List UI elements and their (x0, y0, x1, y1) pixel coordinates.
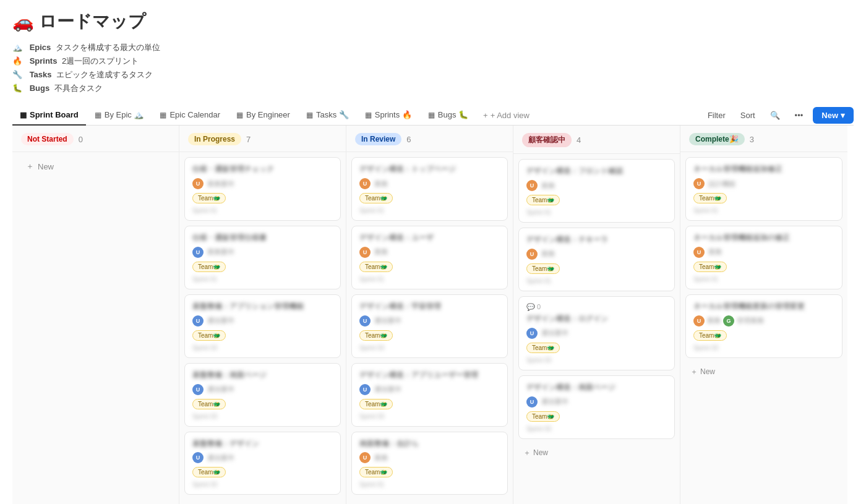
table-icon: ▦ (236, 111, 243, 119)
add-column-button[interactable]: ＋ (852, 134, 854, 151)
card-tag: Team🐲 (693, 193, 727, 203)
tab-label: Epic Calendar (169, 110, 220, 119)
meta-text: 通信要件 (207, 316, 234, 325)
column-header-complete: Complete🎉 3 (680, 126, 847, 152)
avatar: U (693, 178, 705, 189)
card-tag: Team🐲 (192, 399, 226, 409)
status-badge-complete: Complete🎉 (689, 133, 745, 145)
avatar2: G (723, 315, 734, 327)
card-footer-text: Sprint 03 (693, 344, 718, 351)
tab-by-engineer[interactable]: ▦ By Engineer (229, 105, 298, 126)
meta-text: 通信要件 (207, 453, 234, 463)
meta-text: 設計機能 (708, 179, 735, 189)
card-tag: Team🐲 (526, 263, 560, 274)
board: Not Started 0 ＋ New In Progress 7 仕様・通販管… (12, 126, 854, 504)
card-footer-text: Sprint 01 (693, 207, 718, 214)
card[interactable]: デザイン構造：宇宙管理 U通信要件 Team🐲 Sprint 03 (351, 294, 508, 358)
new-button[interactable]: New ▾ (813, 107, 854, 124)
tab-label: Sprint Board (30, 110, 79, 119)
tab-sprints[interactable]: ▦ Sprints 🔥 (358, 105, 419, 126)
add-card-customer[interactable]: ＋ New (518, 444, 675, 462)
card[interactable]: デザイン構造：アプリユーザー管理 U通信要件 Team🐲 Sprint 03 (351, 363, 508, 427)
meta-text: 業務 (374, 453, 388, 463)
col-count-in-progress: 7 (246, 135, 251, 144)
meta-text: 業務要件 (207, 179, 234, 189)
card-title: デザイン構造：ログイン (526, 314, 667, 324)
card[interactable]: ネーカル管理機能追加修正 U設計機能 Team🐲 Sprint 01 (685, 157, 842, 221)
col-count-not-started: 0 (79, 135, 83, 144)
card-tag: Team🐲 (192, 467, 226, 477)
card[interactable]: デザイン構造：トップページ U業務 Team🐲 Sprint 01 (351, 157, 508, 221)
card-tag: Team🐲 (359, 330, 393, 341)
card-tag: Team🐲 (359, 193, 393, 203)
tab-epic-calendar[interactable]: ▦ Epic Calendar (152, 105, 228, 126)
avatar: U (192, 178, 204, 189)
column-body-in-review: デザイン構造：トップページ U業務 Team🐲 Sprint 01 デザイン構造… (346, 152, 513, 504)
meta-text: 業務 (541, 181, 555, 190)
meta-text: 業務 (541, 249, 555, 258)
search-button[interactable]: 🔍 (765, 108, 785, 122)
card[interactable]: 基盤整備：画面ページ U通信要件 Team🐲 Sprint 03 (184, 363, 341, 427)
card[interactable]: ネーカル管理機能更新の管理変更 U 業務 G 管理業務 Team🐲 Sprint… (685, 294, 842, 358)
avatar: U (192, 452, 204, 463)
tab-sprint-board[interactable]: ▦ Sprint Board (12, 105, 86, 126)
meta-text: 通信要件 (207, 385, 234, 394)
tab-label: Bugs 🐛 (438, 110, 468, 119)
avatar: U (359, 452, 371, 463)
card-title: 仕様・通販管理チェック (192, 164, 333, 174)
card[interactable]: デザイン構造：画面ページ U通信要件 Team🐲 Sprint 03 (518, 375, 675, 439)
card-tag: Team🐲 (192, 262, 226, 272)
sort-button[interactable]: Sort (735, 108, 760, 122)
card[interactable]: 仕様・通販管理チェック U業務要件 Team🐲 Sprint 01 (184, 157, 341, 221)
column-header-in-progress: In Progress 7 (179, 126, 346, 152)
add-card-complete[interactable]: ＋ New (685, 363, 842, 381)
column-header-not-started: Not Started 0 (12, 126, 179, 152)
card[interactable]: 画面整備：合計ら U業務 Team🐲 Sprint 01 (351, 432, 508, 495)
card-tag: Team🐲 (693, 262, 727, 272)
card-footer-text: Sprint 03 (359, 344, 384, 351)
card-tag: Team🐲 (693, 330, 727, 341)
table-icon: ▦ (20, 111, 27, 119)
card[interactable]: デザイン構造：フロント確認 U業務 Team🐲 Sprint 01 (518, 159, 675, 223)
avatar: U (359, 178, 371, 189)
card-footer-text: Sprint 03 (526, 357, 551, 364)
tab-tasks[interactable]: ▦ Tasks 🔧 (299, 105, 356, 126)
meta-text: 通信要件 (541, 397, 568, 406)
card-title: デザイン構造：ユーザ (359, 233, 500, 243)
more-button[interactable]: ••• (790, 108, 808, 122)
avatar: U (359, 315, 371, 327)
tab-bugs[interactable]: ▦ Bugs 🐛 (421, 105, 476, 126)
column-body-in-progress: 仕様・通販管理チェック U業務要件 Team🐲 Sprint 01 仕様・通販管… (179, 152, 346, 504)
card[interactable]: 💬 0 デザイン構造：ログイン U通信要件 Team🐲 Sprint 03 (518, 296, 675, 370)
avatar: U (192, 315, 204, 327)
add-view-button[interactable]: + + Add view (477, 106, 536, 125)
table-icon: ▦ (160, 111, 166, 119)
avatar: U (526, 249, 538, 260)
card[interactable]: デザイン構造：ユーザ U業務 Team🐲 Sprint 01 (351, 226, 508, 289)
meta-text: 業務 (707, 316, 721, 325)
meta-text: 業務要件 (207, 247, 234, 257)
card-footer-text: Sprint 01 (526, 278, 551, 284)
card-footer-text: Sprint 01 (192, 276, 217, 283)
card-footer-text: Sprint 03 (192, 413, 217, 420)
column-not-started: Not Started 0 ＋ New (12, 126, 179, 504)
tab-by-epic[interactable]: ▦ By Epic 🏔️ (87, 105, 152, 126)
avatar: U (192, 384, 204, 395)
col-count-in-review: 6 (406, 135, 411, 144)
card-title: ネーカル管理機能追加の修正 (693, 233, 834, 243)
card-footer-text: Sprint 01 (693, 276, 718, 283)
card-title: デザイン構造：フロント確認 (526, 166, 667, 176)
tab-bar: ▦ Sprint Board ▦ By Epic 🏔️ ▦ Epic Calen… (12, 105, 854, 126)
card[interactable]: デザイン構造：テキーラ U業務 Team🐲 Sprint 01 (518, 228, 675, 291)
column-body-not-started: ＋ New (12, 152, 179, 504)
card[interactable]: 仕様・通販管理仕様書 U業務要件 Team🐲 Sprint 01 (184, 226, 341, 289)
avatar: U (526, 396, 538, 408)
card[interactable]: ネーカル管理機能追加の修正 U業務 Team🐲 Sprint 01 (685, 226, 842, 289)
table-icon: ▦ (306, 111, 313, 119)
card[interactable]: 基盤整備：デザイン U通信要件 Team🐲 Sprint 03 (184, 432, 341, 495)
card-footer-text: Sprint 01 (359, 481, 384, 488)
card[interactable]: 基盤整備：アプリション管理機能 U通信要件 Team🐲 Sprint 03 (184, 294, 341, 358)
add-card-not-started[interactable]: ＋ New (17, 157, 174, 176)
card-footer-text: Sprint 03 (192, 481, 217, 488)
filter-button[interactable]: Filter (703, 108, 731, 122)
